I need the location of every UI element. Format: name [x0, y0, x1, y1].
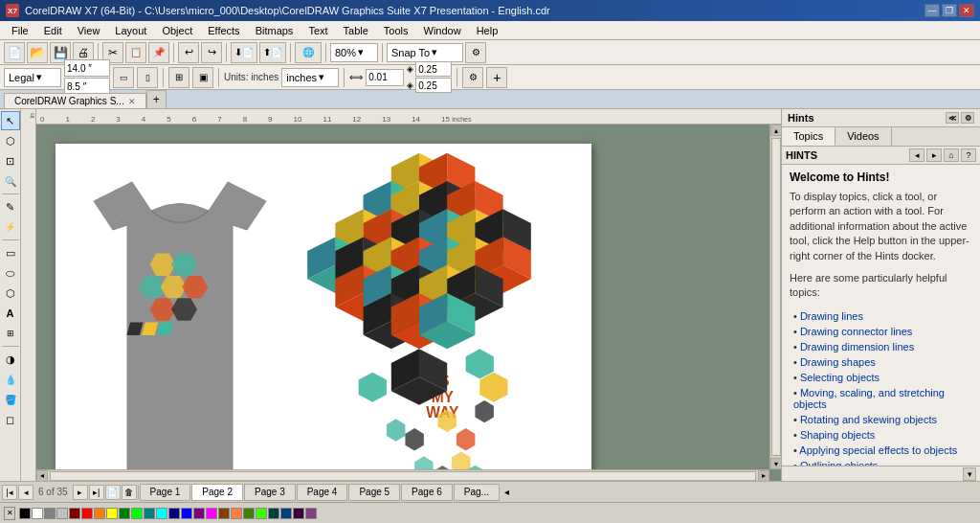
page-orient-btn[interactable]: ▭ [113, 67, 134, 88]
menu-tools[interactable]: Tools [376, 23, 416, 38]
hint-special-effects[interactable]: Applying special effects to objects [793, 443, 972, 458]
restore-button[interactable]: ❐ [942, 4, 957, 17]
canvas-content[interactable]: IS MY WAY [36, 125, 781, 481]
page-tab-1[interactable]: Page 1 [140, 484, 191, 501]
import-button[interactable]: ⬇📄 [231, 42, 257, 63]
minimize-button[interactable]: — [924, 4, 940, 17]
page-tab-more[interactable]: Pag... [454, 484, 500, 501]
page-tab-2[interactable]: Page 2 [191, 484, 243, 501]
hint-rotating[interactable]: Rotating and skewing objects [793, 412, 972, 427]
hint-outlining[interactable]: Outlining objects [793, 458, 972, 466]
color-swatch[interactable] [256, 508, 267, 519]
color-swatch[interactable] [94, 508, 105, 519]
menu-layout[interactable]: Layout [107, 23, 154, 38]
page-scroll-right[interactable]: ◂ [501, 487, 513, 497]
eyedropper-tool[interactable]: 💧 [1, 370, 20, 389]
hint-shaping[interactable]: Shaping objects [793, 427, 972, 443]
units-dropdown[interactable]: inches ▾ [281, 68, 339, 87]
ellipse-tool[interactable]: ⬭ [1, 263, 20, 283]
page-tab-3[interactable]: Page 3 [244, 484, 296, 501]
menu-file[interactable]: File [4, 23, 36, 38]
hints-back-btn[interactable]: ◂ [909, 148, 924, 162]
videos-tab[interactable]: Videos [835, 127, 891, 146]
text-tool[interactable]: A [1, 304, 20, 323]
no-color-swatch[interactable]: ✕ [4, 507, 15, 520]
color-swatch[interactable] [231, 508, 242, 519]
add-page-btn[interactable]: + [486, 67, 507, 88]
export-button[interactable]: ⬆📄 [259, 42, 286, 63]
color-swatch[interactable] [293, 508, 304, 519]
color-swatch[interactable] [243, 508, 255, 519]
color-swatch[interactable] [280, 508, 292, 519]
color-swatch[interactable] [268, 508, 279, 519]
menu-edit[interactable]: Edit [36, 23, 70, 38]
table-tool[interactable]: ⊞ [1, 324, 20, 343]
zoom-dropdown[interactable]: 80% ▾ [330, 43, 378, 62]
color-swatch[interactable] [305, 508, 317, 519]
pointer-tool[interactable]: ↖ [1, 111, 20, 130]
zoom-tool[interactable]: 🔍 [1, 171, 20, 191]
redo-button[interactable]: ↪ [201, 42, 222, 63]
color-swatch[interactable] [81, 508, 93, 519]
hint-moving-scaling[interactable]: Moving, scaling, and stretching objects [793, 385, 972, 412]
h-scroll-thumb[interactable] [50, 471, 756, 481]
hints-help-btn[interactable]: ? [961, 148, 976, 162]
color-swatch[interactable] [206, 508, 217, 519]
color-swatch[interactable] [106, 508, 118, 519]
hints-expand-btn[interactable]: ≪ [946, 112, 959, 124]
hints-forward-btn[interactable]: ▸ [926, 148, 942, 162]
color-swatch[interactable] [193, 508, 205, 519]
polygon-tool[interactable]: ⬡ [1, 284, 20, 303]
smart-draw-tool[interactable]: ⚡ [1, 217, 20, 237]
scroll-up-btn[interactable]: ▴ [770, 125, 782, 136]
color-swatch[interactable] [218, 508, 230, 519]
color-swatch[interactable] [44, 508, 56, 519]
node-tool[interactable]: ⬡ [1, 131, 20, 150]
menu-text[interactable]: Text [301, 23, 335, 38]
open-button[interactable]: 📂 [27, 42, 48, 63]
v-scrollbar[interactable]: ▴ ▾ [769, 125, 781, 469]
document-tab[interactable]: CorelDRAW Graphics S... ✕ [4, 93, 146, 108]
color-swatch[interactable] [156, 508, 167, 519]
scroll-right-btn[interactable]: ▸ [758, 470, 769, 482]
color-swatch[interactable] [69, 508, 80, 519]
page-last-btn[interactable]: ▸| [89, 485, 104, 500]
copy-button[interactable]: 📋 [125, 42, 146, 63]
color-swatch[interactable] [119, 508, 130, 519]
page-orient-portrait-btn[interactable]: ▯ [137, 67, 158, 88]
hint-dimension-lines[interactable]: Drawing dimension lines [793, 339, 972, 354]
hints-home-btn[interactable]: ⌂ [944, 148, 959, 162]
v-scroll-thumb[interactable] [771, 138, 781, 456]
scroll-left-btn[interactable]: ◂ [36, 470, 48, 482]
paste-button[interactable]: 📌 [148, 42, 169, 63]
menu-table[interactable]: Table [336, 23, 376, 38]
h-scrollbar[interactable]: ◂ ▸ [36, 469, 769, 481]
freehand-tool[interactable]: ✎ [1, 197, 20, 216]
menu-help[interactable]: Help [469, 23, 506, 38]
menu-object[interactable]: Object [154, 23, 200, 38]
hints-scroll-down-btn[interactable]: ▾ [963, 467, 976, 481]
color-swatch[interactable] [56, 508, 68, 519]
publish-button[interactable]: 🌐 [295, 42, 322, 63]
nudge-input[interactable] [366, 69, 404, 86]
nudge2-input[interactable] [415, 61, 452, 77]
page-prev-btn[interactable]: ◂ [18, 485, 33, 500]
page-tab-5[interactable]: Page 5 [348, 484, 400, 501]
preset-dropdown[interactable]: Legal ▾ [4, 68, 61, 87]
tab-close-icon[interactable]: ✕ [128, 97, 136, 106]
outline-tool[interactable]: ◻ [1, 410, 20, 429]
page-first-btn[interactable]: |◂ [2, 485, 17, 500]
hint-drawing-lines[interactable]: Drawing lines [793, 308, 972, 324]
snap-settings-button[interactable]: ⚙ [465, 42, 486, 63]
page-tab-6[interactable]: Page 6 [401, 484, 453, 501]
new-button[interactable]: 📄 [4, 42, 25, 63]
page-width-input[interactable] [64, 59, 110, 77]
hints-options-btn[interactable]: ⚙ [961, 112, 974, 124]
crop-tool[interactable]: ⊡ [1, 151, 20, 171]
hint-connector-lines[interactable]: Drawing connector lines [793, 324, 972, 339]
color-swatch[interactable] [131, 508, 143, 519]
rectangle-tool[interactable]: ▭ [1, 243, 20, 262]
scroll-down-btn[interactable]: ▾ [770, 458, 782, 469]
color-swatch[interactable] [181, 508, 192, 519]
close-button[interactable]: ✕ [959, 4, 974, 17]
